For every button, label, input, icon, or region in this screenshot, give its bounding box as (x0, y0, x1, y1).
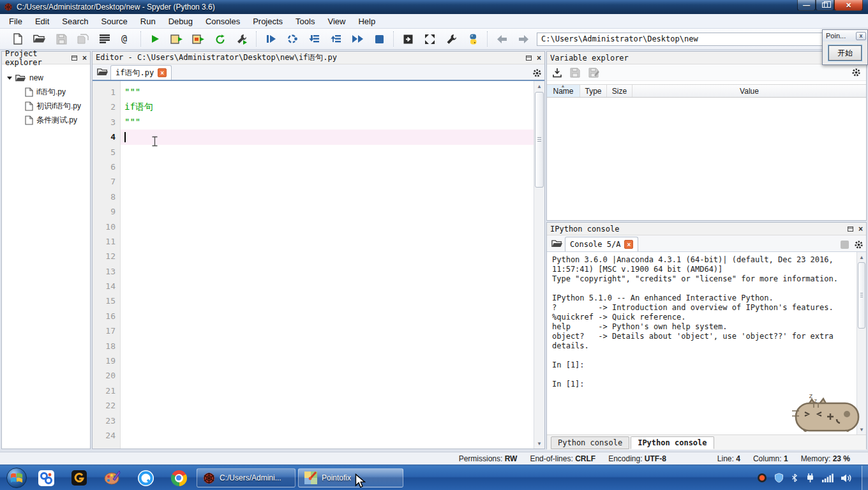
editor-tab[interactable]: if语句.py × (110, 65, 172, 80)
options-gear-icon[interactable] (532, 68, 542, 78)
remote-app-icon[interactable] (29, 466, 63, 490)
console-tab[interactable]: Console 5/A × (565, 237, 638, 251)
security-shield-icon[interactable] (774, 473, 784, 483)
minimize-button[interactable]: — (797, 0, 816, 11)
menu-debug[interactable]: Debug (162, 15, 199, 28)
code-line-13[interactable] (121, 264, 534, 279)
step-out-icon[interactable] (327, 31, 344, 47)
code-line-19[interactable] (121, 353, 534, 368)
code-area[interactable]: """if语句""" (121, 81, 534, 449)
scroll-up-icon[interactable]: ▲ (857, 252, 866, 262)
import-data-icon[interactable] (552, 68, 562, 78)
code-line-21[interactable] (121, 383, 534, 398)
code-line-20[interactable] (121, 368, 534, 383)
code-line-1[interactable]: """ (121, 85, 534, 100)
working-directory-input[interactable] (541, 34, 845, 43)
code-line-18[interactable] (121, 339, 534, 353)
menu-projects[interactable]: Projects (246, 15, 289, 28)
scrollbar-thumb[interactable] (535, 92, 544, 188)
code-line-10[interactable] (121, 219, 534, 234)
menu-run[interactable]: Run (134, 15, 162, 28)
menu-file[interactable]: File (3, 15, 29, 28)
open-file-icon[interactable] (31, 31, 48, 47)
volume-icon[interactable] (841, 473, 851, 483)
taskbar-task-pointofix[interactable]: Pointofix (298, 468, 403, 487)
back-icon[interactable] (493, 31, 510, 47)
tab-close-icon[interactable]: × (158, 68, 167, 77)
undock-icon[interactable] (526, 56, 532, 61)
power-plug-icon[interactable] (805, 473, 815, 483)
scroll-up-icon[interactable]: ▲ (534, 81, 544, 91)
rerun-icon[interactable] (212, 31, 228, 47)
run-icon[interactable] (147, 31, 163, 47)
stop-icon[interactable] (371, 31, 387, 47)
code-line-4[interactable] (121, 130, 534, 144)
code-line-24[interactable] (121, 428, 534, 443)
forward-icon[interactable] (515, 31, 532, 47)
bluetooth-icon[interactable] (791, 473, 798, 483)
q-browser-icon[interactable] (129, 466, 162, 490)
continue-icon[interactable] (349, 31, 366, 47)
code-line-11[interactable] (121, 234, 534, 249)
debug-icon[interactable] (262, 31, 279, 47)
column-header-size[interactable]: Size (607, 85, 632, 97)
menu-search[interactable]: Search (56, 15, 94, 28)
code-line-7[interactable] (121, 174, 534, 189)
code-line-17[interactable] (121, 323, 534, 338)
column-header-type[interactable]: Type (580, 85, 607, 97)
network-signal-icon[interactable] (822, 473, 834, 482)
pointofix-close-icon[interactable]: x (856, 32, 866, 40)
code-line-6[interactable] (121, 160, 534, 174)
run-cell-advance-icon[interactable] (190, 31, 207, 47)
close-button[interactable]: ✕ (834, 0, 863, 11)
close-pane-icon[interactable]: × (537, 55, 541, 61)
show-desktop-button[interactable] (862, 466, 868, 490)
column-header-name[interactable]: ▲Name (547, 85, 580, 97)
menu-tools[interactable]: Tools (289, 15, 321, 28)
pointofix-start-button[interactable]: 开始 (828, 45, 862, 61)
tab-python-console[interactable]: Python console (551, 436, 629, 449)
code-line-9[interactable] (121, 204, 534, 219)
pointofix-title-bar[interactable]: Poin... x (823, 30, 867, 41)
options-gear-icon[interactable] (851, 68, 861, 77)
project-root-folder[interactable]: new (6, 71, 90, 85)
step-into-icon[interactable] (306, 31, 322, 47)
python-path-icon[interactable] (465, 31, 481, 47)
project-file-item[interactable]: 初识if语句.py (6, 99, 90, 113)
close-pane-icon[interactable]: × (858, 226, 863, 232)
undock-icon[interactable] (71, 56, 77, 61)
start-button[interactable] (4, 466, 29, 490)
options-gear-icon[interactable] (854, 240, 864, 249)
browse-tabs-icon[interactable] (550, 237, 565, 251)
record-icon[interactable] (757, 473, 767, 483)
code-line-8[interactable] (121, 189, 534, 204)
editor-scrollbar[interactable]: ▲ ▼ (534, 81, 544, 449)
code-line-2[interactable]: if语句 (121, 100, 534, 114)
g-app-icon[interactable] (63, 466, 96, 490)
scrollbar-thumb[interactable] (858, 262, 865, 329)
menu-view[interactable]: View (321, 15, 352, 28)
new-file-icon[interactable] (10, 31, 26, 47)
expander-icon[interactable] (7, 77, 12, 80)
browse-tabs-icon[interactable] (95, 65, 110, 79)
code-line-23[interactable] (121, 413, 534, 428)
symbol-finder-icon[interactable]: @ (118, 31, 135, 47)
code-line-3[interactable]: """ (121, 115, 534, 130)
code-line-22[interactable] (121, 398, 534, 413)
undock-icon[interactable] (848, 226, 853, 232)
scroll-down-icon[interactable]: ▼ (534, 438, 544, 449)
menu-consoles[interactable]: Consoles (199, 15, 246, 28)
project-file-item[interactable]: if语句.py (6, 85, 90, 99)
tab-close-icon[interactable]: × (624, 240, 633, 249)
menu-help[interactable]: Help (352, 15, 382, 28)
menu-edit[interactable]: Edit (29, 15, 56, 28)
run-cell-icon[interactable] (168, 31, 185, 47)
preferences-icon[interactable] (443, 31, 460, 47)
paint-app-icon[interactable] (96, 466, 129, 490)
step-over-icon[interactable] (284, 31, 301, 47)
code-line-16[interactable] (121, 309, 534, 323)
code-line-14[interactable] (121, 279, 534, 293)
column-header-value[interactable]: Value (632, 85, 866, 97)
run-config-icon[interactable] (234, 31, 250, 47)
close-pane-icon[interactable]: × (82, 55, 87, 61)
